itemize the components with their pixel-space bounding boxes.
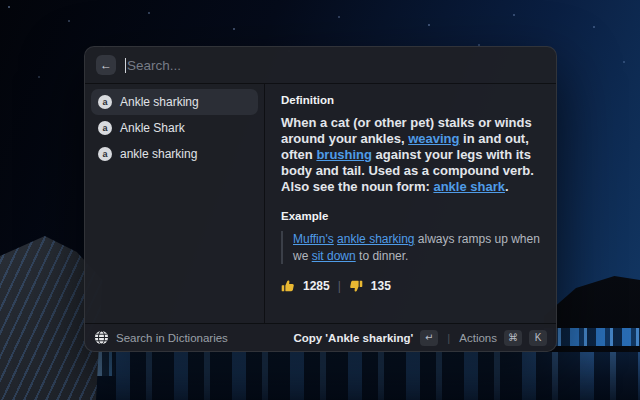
enter-key[interactable]: ↵ — [420, 330, 438, 346]
link-ankle-shark[interactable]: ankle shark — [433, 179, 505, 194]
search-field-wrap — [125, 58, 545, 73]
link-brushing[interactable]: brushing — [316, 147, 372, 162]
window-body: a Ankle sharking a Ankle Shark a ankle s… — [85, 84, 556, 323]
dictionary-entry-icon: a — [98, 95, 112, 109]
link-sit-down[interactable]: sit down — [312, 249, 356, 263]
cmd-key[interactable]: ⌘ — [504, 330, 522, 346]
vote-row: 1285 | 135 — [281, 279, 540, 293]
downvote-count: 135 — [371, 279, 391, 293]
example-quote: Muffin's ankle sharking always ramps up … — [281, 231, 540, 264]
footer-divider: | — [447, 332, 450, 344]
results-sidebar: a Ankle sharking a Ankle Shark a ankle s… — [85, 84, 265, 323]
thumbs-up-icon — [281, 279, 295, 293]
link-ankle-sharking[interactable]: ankle sharking — [337, 232, 414, 246]
footer-source-label[interactable]: Search in Dictionaries — [116, 332, 228, 344]
example-heading: Example — [281, 210, 540, 222]
detail-pane: Definition When a cat (or other pet) sta… — [265, 84, 556, 323]
result-item-ankle-sharking-lower[interactable]: a ankle sharking — [91, 141, 258, 167]
dictionaries-globe-icon — [94, 330, 109, 345]
result-label: Ankle sharking — [120, 95, 199, 109]
upvote-count: 1285 — [303, 279, 330, 293]
dictionary-window: ← a Ankle sharking a Ankle Shark a ankle… — [84, 46, 557, 352]
search-bar: ← — [85, 47, 556, 84]
back-button[interactable]: ← — [96, 55, 116, 75]
result-item-ankle-sharking[interactable]: a Ankle sharking — [91, 89, 258, 115]
dictionary-entry-icon: a — [98, 121, 112, 135]
actions-label[interactable]: Actions — [459, 332, 497, 344]
vote-divider: | — [338, 279, 341, 293]
back-arrow-icon: ← — [100, 58, 112, 72]
result-item-ankle-shark[interactable]: a Ankle Shark — [91, 115, 258, 141]
definition-heading: Definition — [281, 94, 540, 106]
copy-action-label[interactable]: Copy 'Ankle sharking' — [293, 332, 413, 344]
definition-segment: . — [505, 179, 509, 194]
water-band — [544, 328, 640, 346]
definition-text: When a cat (or other pet) stalks or wind… — [281, 115, 540, 195]
stars — [8, 6, 10, 8]
thumbs-down-icon — [349, 279, 363, 293]
k-key[interactable]: K — [529, 330, 547, 346]
footer-bar: Search in Dictionaries Copy 'Ankle shark… — [85, 323, 556, 351]
example-segment: to dinner. — [356, 249, 409, 263]
link-muffins[interactable]: Muffin's — [293, 232, 334, 246]
result-label: Ankle Shark — [120, 121, 185, 135]
link-weaving[interactable]: weaving — [408, 131, 459, 146]
search-input[interactable] — [127, 58, 545, 73]
result-label: ankle sharking — [120, 147, 197, 161]
text-caret — [125, 58, 126, 73]
dictionary-entry-icon: a — [98, 147, 112, 161]
